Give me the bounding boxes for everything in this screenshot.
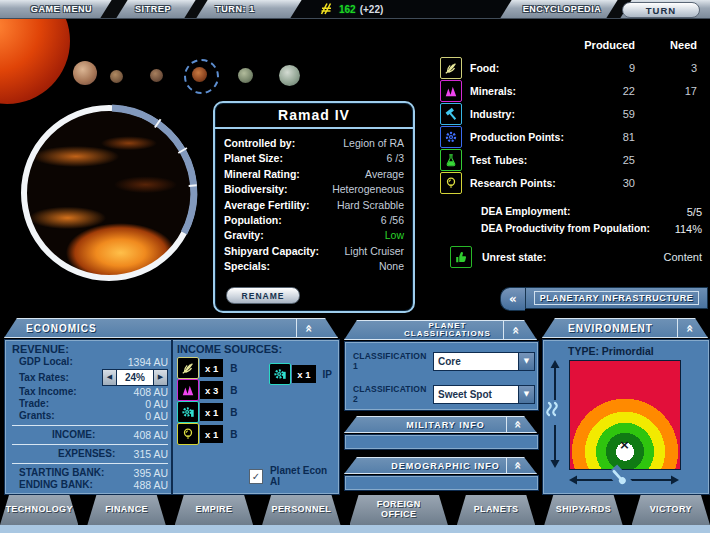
tax-income-value: 408 AU [134,386,168,398]
source-multiplier: x 1 [200,403,223,421]
planet-info-row: Average Fertility:Hard Scrabble [224,198,404,213]
classification-2-label: CLASSIFICATION 2 [353,384,433,404]
need-value [635,148,702,171]
classification-2-value: Sweet Spot [434,389,518,400]
planet-info-panel: Ramad IV Controlled by:Legion of RA Plan… [213,101,415,313]
need-value [635,102,702,125]
demographic-info-collapse-button[interactable] [506,458,529,473]
military-info-collapse-button[interactable] [506,417,529,432]
sitrep-button[interactable]: SITREP [122,0,184,18]
planet-info-row: Planet Size:6 /3 [224,151,404,166]
tab-technology[interactable]: TECHNOLOGY [0,495,78,525]
tab-foreign-office[interactable]: FOREIGN OFFICE [350,495,448,525]
collapse-chevron-icon [303,324,316,332]
planet-info-row: Specials:None [224,259,404,274]
planet-name-title: Ramad IV [215,103,413,129]
row-label: Average Fertility: [224,198,309,213]
classification-2-dropdown[interactable]: Sweet Spot [433,385,535,404]
bottom-strip [0,525,710,533]
economics-panel-header: ECONOMICS [4,318,338,338]
row-label: Specials: [224,259,270,274]
tax-decrease-button[interactable] [103,370,116,385]
resource-label: Production Points: [470,125,582,148]
planet-ring [20,104,198,282]
environment-chart [569,360,681,470]
collapse-chevron-icon [684,324,697,332]
collapse-chevron-icon [512,420,525,428]
game-screen: Ramad IV Controlled by:Legion of RA Plan… [0,0,710,533]
row-value: Heterogeneous [332,182,404,197]
dea-block: DEA Employment:5/5 DEA Productivity from… [481,203,702,237]
encyclopedia-button[interactable]: ENCYCLOPEDIA [512,0,612,18]
checkbox-checked-icon[interactable] [249,469,263,484]
end-turn-button[interactable]: TURN [622,2,700,18]
planet-info-row: Mineral Rating:Average [224,167,404,182]
resource-table: Produced Need Food: 9 3 Minerals: 22 17 … [440,34,702,194]
source-multiplier: x 3 [200,381,223,399]
row-value: Average [365,167,404,182]
collapse-chevron-icon [510,326,523,334]
tax-rate-value[interactable]: 24% [116,370,154,385]
income-sources-heading: INCOME SOURCES: [177,343,334,356]
row-label: Population: [224,213,282,228]
gdp-value: 1394 AU [128,356,168,368]
demographic-info-header: DEMOGRAPHIC INFO [344,457,537,474]
ending-bank-label: ENDING BANK: [12,479,93,491]
grants-value: 0 AU [145,410,168,422]
need-value: 3 [635,56,702,79]
planet-orbit-item[interactable] [238,68,253,83]
planet-orbit-item[interactable] [279,65,300,86]
classification-1-value: Core [434,356,518,367]
trade-value: 0 AU [145,398,168,410]
planet-orbit-item-selected[interactable] [192,67,207,82]
military-info-header: MILITARY INFO [344,416,537,433]
environment-title: ENVIRONMENT [568,323,653,334]
economics-title: ECONOMICS [26,323,97,334]
dea-employment-label: DEA Employment: [481,206,570,217]
planetary-infrastructure-button[interactable]: « PLANETARY INFRASTRUCTURE [500,287,708,309]
chevron-down-icon[interactable] [518,386,534,403]
need-value: 17 [635,79,702,102]
demographic-info-body [344,475,539,491]
gdp-label: GDP Local: [12,356,73,368]
classifications-collapse-button[interactable] [503,321,529,339]
game-menu-button[interactable]: GAME MENU [14,0,109,18]
classifications-panel-body: CLASSIFICATION 1 Core CLASSIFICATION 2 S… [344,341,539,411]
income-value: 408 AU [134,429,168,441]
research-points-icon [440,172,462,194]
collapse-left-icon[interactable]: « [500,287,525,311]
tab-empire[interactable]: EMPIRE [175,495,253,525]
env-type-label: TYPE: [568,345,599,357]
tab-shipyards[interactable]: SHIPYARDS [544,495,622,525]
row-value: Light Cruiser [344,244,404,259]
economics-collapse-button[interactable] [296,319,322,337]
classifications-title: PLANET CLASSIFICATIONS [384,322,498,339]
tab-victory[interactable]: VICTORY [632,495,710,525]
tab-planets[interactable]: PLANETS [457,495,535,525]
planet-orbit-item[interactable] [110,70,123,83]
planet-orbit-item[interactable] [150,69,163,82]
expenses-label: EXPENSES: [12,448,115,460]
source-multiplier: x 1 [200,425,223,443]
row-label: Mineral Rating: [224,167,300,182]
research-points-icon [177,423,199,445]
row-value: 6 /56 [381,213,404,228]
bottom-tab-bar: TECHNOLOGY FINANCE EMPIRE PERSONNEL FORE… [0,495,710,525]
source-multiplier: x 1 [292,365,315,383]
turn-counter: TURN: 1 [205,0,265,18]
unrest-row: Unrest state: Content [450,246,702,268]
test-tubes-icon [440,149,462,171]
environment-panel-body: TYPE: Primordial [542,339,710,495]
need-value [635,125,702,148]
tax-increase-button[interactable] [154,370,167,385]
rename-button[interactable]: RENAME [226,287,300,304]
planet-viewport[interactable] [20,104,198,282]
planet-orbit-item[interactable] [73,61,97,85]
tab-finance[interactable]: FINANCE [87,495,165,525]
planet-econ-ai-checkbox-row[interactable]: Planet Econ AI [249,465,334,487]
resource-label: Food: [470,56,582,79]
environment-collapse-button[interactable] [677,319,702,337]
chevron-down-icon[interactable] [518,353,534,370]
classification-1-dropdown[interactable]: Core [433,352,535,371]
tab-personnel[interactable]: PERSONNEL [262,495,340,525]
